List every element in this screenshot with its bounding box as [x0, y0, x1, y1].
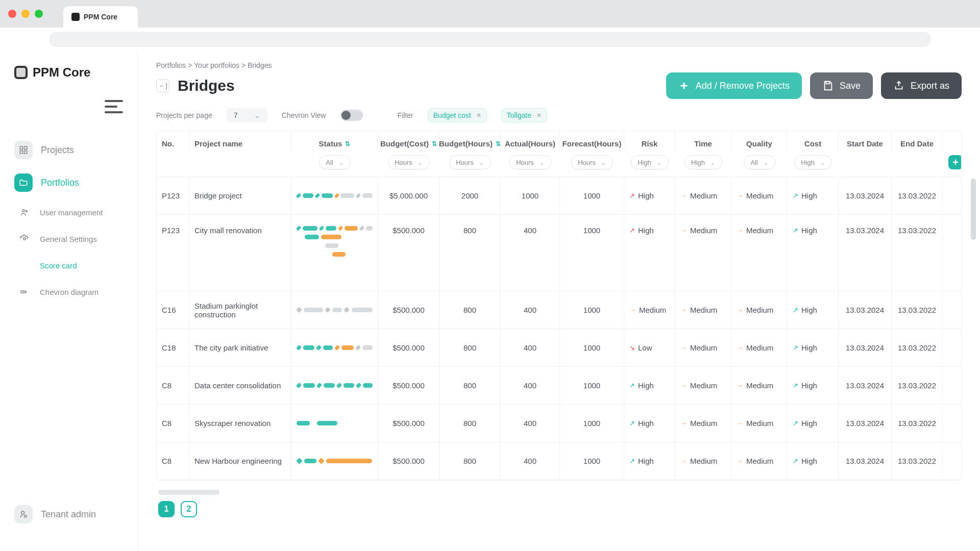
table-cell-budget-hours: 800: [439, 291, 501, 329]
column-header-end[interactable]: End Date: [892, 131, 943, 151]
sidebar-item-label: Chevron diagram: [40, 288, 99, 296]
breadcrumb[interactable]: Portfolios > Your portfolios > Bridges: [156, 61, 962, 69]
table-cell-risk: ↘Low: [624, 329, 675, 367]
table-cell-status[interactable]: [291, 367, 378, 405]
sidebar-item-general-settings[interactable]: General Settings: [0, 226, 137, 252]
chevron-down-icon: ⌄: [539, 159, 545, 166]
chevron-diagram-icon: [17, 285, 32, 299]
column-header-_add[interactable]: [943, 131, 962, 151]
export-icon: [893, 80, 904, 91]
table-cell-name[interactable]: New Harbour engineering: [189, 442, 291, 480]
filter-select-status[interactable]: All⌄: [319, 155, 350, 169]
table-cell-status[interactable]: [291, 329, 378, 367]
filter-select-actual_hours[interactable]: Hours⌄: [509, 155, 551, 169]
table-cell-budget-cost: $500.000: [378, 329, 439, 367]
table-cell-time: →Medium: [675, 291, 731, 329]
export-button[interactable]: Export as: [881, 72, 962, 99]
filter-chip-budget-cost[interactable]: Budget cost ✕: [428, 108, 487, 122]
window-close-icon[interactable]: [8, 10, 16, 18]
pagination: 1 2: [158, 501, 962, 517]
filter-select-forecast_hours[interactable]: Hours⌄: [571, 155, 613, 169]
chevron-down-icon: ⌄: [418, 159, 423, 166]
table-cell-spacer: [943, 442, 962, 480]
column-header-actual_hours[interactable]: Actual(Hours): [501, 131, 560, 151]
table-cell-status[interactable]: [291, 442, 378, 480]
svg-point-12: [24, 515, 27, 518]
browser-tab[interactable]: PPM Core: [63, 6, 138, 28]
filter-select-risk[interactable]: High⌄: [631, 155, 669, 169]
table-cell-name[interactable]: Stadium parkinglot construction: [189, 291, 291, 329]
filter-select-budget_cost[interactable]: Hours⌄: [388, 155, 430, 169]
table-cell-name[interactable]: The city park initiative: [189, 329, 291, 367]
table-cell-quality: →Medium: [731, 291, 788, 329]
menu-toggle-icon[interactable]: [105, 100, 123, 113]
sidebar-item-portfolios[interactable]: Portfolios: [0, 166, 137, 199]
save-button[interactable]: Save: [810, 72, 873, 99]
table-cell-name[interactable]: Data center consolidation: [189, 367, 291, 405]
table-cell-no: C8: [157, 405, 189, 442]
filter-select-cost[interactable]: High⌄: [794, 155, 832, 169]
sidebar-item-chevron-diagram[interactable]: Chevron diagram: [0, 279, 137, 305]
column-filter-budget_cost: Hours⌄: [378, 151, 439, 177]
table-cell-end: 13.03.2022: [892, 177, 943, 215]
sort-icon: ⇅: [432, 140, 437, 147]
sidebar-item-tenant-admin[interactable]: Tenant admin: [0, 498, 137, 531]
sidebar-item-user-management[interactable]: User management: [0, 199, 137, 226]
table-cell-cost: ↗High: [788, 367, 839, 405]
table-cell-name[interactable]: Bridge project: [189, 177, 291, 215]
filter-chip-tollgate[interactable]: Tollgate ✕: [501, 108, 547, 122]
add-remove-projects-button[interactable]: Add / Remove Projects: [666, 72, 802, 99]
table-cell-spacer: [943, 291, 962, 329]
table-cell-status[interactable]: [291, 405, 378, 442]
sidebar-item-projects[interactable]: Projects: [0, 134, 137, 166]
add-column-button[interactable]: +: [948, 155, 962, 169]
table-cell-budget-cost: $500.000: [378, 442, 439, 480]
sidebar: PPM Core Projects Portfolios User manage…: [0, 51, 138, 551]
back-button[interactable]: ←|: [156, 79, 169, 92]
chevron-view-toggle[interactable]: [340, 110, 363, 121]
window-minimize-icon[interactable]: [21, 10, 30, 18]
url-bar[interactable]: [49, 32, 931, 47]
nav-list: Projects Portfolios User management Gene…: [0, 134, 137, 498]
chevron-down-icon: ⌄: [820, 159, 825, 166]
column-header-name[interactable]: Project name: [189, 131, 291, 151]
svg-point-11: [21, 511, 24, 514]
table-cell-risk: ↗High: [624, 177, 675, 215]
column-header-forecast_hours[interactable]: Forecast(Hours): [560, 131, 624, 151]
table-cell-budget-hours: 800: [439, 367, 501, 405]
column-filter-forecast_hours: Hours⌄: [560, 151, 624, 177]
filter-select-quality[interactable]: All⌄: [744, 155, 775, 169]
column-header-risk[interactable]: Risk: [624, 131, 675, 151]
column-header-budget_hours[interactable]: Budget(Hours)⇅: [439, 131, 501, 151]
table-cell-status[interactable]: [291, 291, 378, 329]
column-header-quality[interactable]: Quality: [731, 131, 788, 151]
table-cell-status[interactable]: [291, 215, 378, 291]
column-header-start[interactable]: Start Date: [839, 131, 892, 151]
column-header-no[interactable]: No.: [157, 131, 189, 151]
window-maximize-icon[interactable]: [35, 10, 43, 18]
page-2-button[interactable]: 2: [181, 501, 197, 517]
table-cell-start: 13.03.2024: [839, 291, 892, 329]
page-1-button[interactable]: 1: [158, 501, 175, 517]
close-icon[interactable]: ✕: [536, 112, 542, 119]
filter-select-budget_hours[interactable]: Hours⌄: [449, 155, 491, 169]
horizontal-scrollbar[interactable]: [158, 490, 219, 495]
table-cell-status[interactable]: [291, 177, 378, 215]
per-page-select[interactable]: 7 ⌄: [227, 108, 267, 122]
table-cell-risk: ↗High: [624, 405, 675, 442]
column-header-time[interactable]: Time: [675, 131, 731, 151]
column-header-cost[interactable]: Cost: [788, 131, 839, 151]
table-cell-time: →Medium: [675, 215, 731, 291]
sidebar-item-score-card[interactable]: Score card: [0, 252, 137, 279]
filter-chip-label: Tollgate: [507, 111, 531, 119]
vertical-scrollbar[interactable]: [971, 179, 976, 240]
table-cell-end: 13.03.2022: [892, 405, 943, 442]
column-filter-quality: All⌄: [731, 151, 788, 177]
table-cell-name[interactable]: City mall renovation: [189, 215, 291, 291]
filter-select-time[interactable]: High⌄: [684, 155, 722, 169]
column-header-budget_cost[interactable]: Budget(Cost)⇅: [378, 131, 439, 151]
column-header-status[interactable]: Status⇅: [291, 131, 378, 151]
table-cell-name[interactable]: Skyscraper renovation: [189, 405, 291, 442]
table-cell-actual-hours: 400: [501, 329, 560, 367]
close-icon[interactable]: ✕: [476, 112, 481, 119]
